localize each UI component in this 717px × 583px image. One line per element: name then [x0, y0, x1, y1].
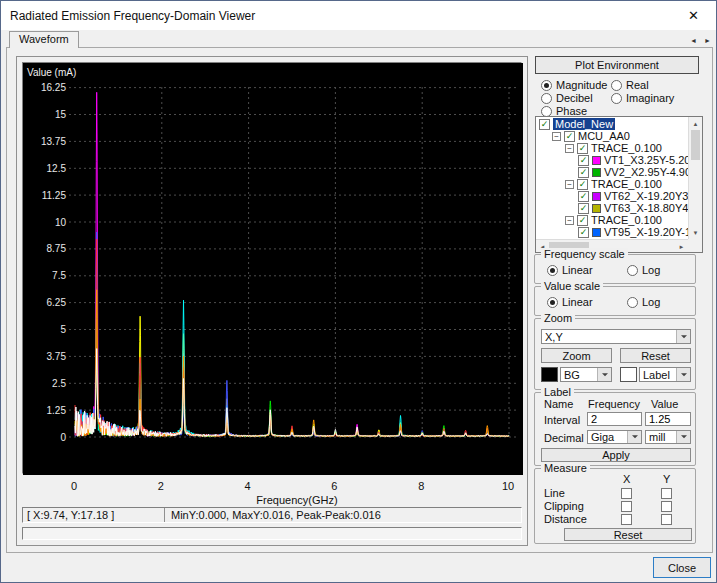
plot-environment-button[interactable]: Plot Environment [535, 56, 699, 74]
plot-scrollbar-track[interactable] [22, 527, 522, 540]
checkbox[interactable]: ✓ [539, 119, 550, 130]
label-col-name: Name [544, 398, 573, 410]
tree-item-trace-group[interactable]: − ✓ TRACE_0.100 [536, 178, 688, 190]
tab-scroll-right-button[interactable]: ► [701, 34, 714, 47]
collapse-icon[interactable]: − [565, 144, 574, 153]
window-close-button[interactable]: ✕ [671, 1, 716, 30]
svg-text:Value (mA): Value (mA) [27, 67, 76, 78]
tree-item-trace[interactable]: ✓ VT95_X-19.20Y-16 [536, 226, 688, 238]
svg-text:7.5: 7.5 [52, 270, 66, 281]
chevron-down-icon[interactable] [676, 368, 690, 381]
tree-item-trace[interactable]: ✓ VT62_X-19.20Y3.6 [536, 190, 688, 202]
decimal-row-label: Decimal [544, 432, 584, 444]
chevron-down-icon[interactable] [676, 431, 690, 443]
tree-vertical-scrollbar[interactable]: ▲ ▼ [688, 117, 702, 239]
plot-area[interactable]: 16.251513.7512.511.25108.757.56.2553.752… [22, 62, 522, 474]
checkbox[interactable]: ✓ [578, 227, 589, 238]
tree-item-component[interactable]: − ✓ MCU_AA0 [536, 130, 688, 142]
svg-text:5: 5 [60, 324, 66, 335]
radio-dot-icon [541, 80, 552, 91]
decimal-value-select[interactable]: mill [645, 430, 691, 444]
chevron-down-icon[interactable] [627, 431, 641, 443]
plot-panel: 16.251513.7512.511.25108.757.56.2553.752… [16, 56, 528, 546]
decimal-frequency-select[interactable]: Giga [587, 430, 642, 444]
radio-dot-icon [611, 80, 622, 91]
radio-real[interactable]: Real [611, 79, 649, 91]
measure-distance-label: Distance [544, 513, 587, 525]
arrow-left-icon: ◄ [690, 37, 697, 44]
chevron-down-icon[interactable] [676, 330, 690, 343]
checkbox[interactable]: ✓ [578, 155, 589, 166]
scroll-down-icon[interactable]: ▼ [689, 226, 702, 239]
measure-clipping-y-checkbox[interactable] [661, 501, 672, 512]
radio-dot-icon [541, 93, 552, 104]
tab-scroll-left-button[interactable]: ◄ [687, 34, 700, 47]
measure-reset-button[interactable]: Reset [564, 528, 692, 541]
radio-decibel[interactable]: Decibel [541, 92, 593, 104]
checkbox[interactable]: ✓ [578, 167, 589, 178]
collapse-icon[interactable]: − [565, 180, 574, 189]
x-tick-label: 2 [158, 480, 164, 492]
value-scale-legend: Value scale [541, 280, 603, 292]
waveform-tab-page: 16.251513.7512.511.25108.757.56.2553.752… [6, 47, 713, 553]
radio-magnitude[interactable]: Magnitude [541, 79, 607, 91]
checkbox[interactable]: ✓ [577, 143, 588, 154]
interval-frequency-input[interactable] [587, 412, 642, 426]
scrollbar-thumb[interactable] [691, 130, 700, 160]
arrow-right-icon: ► [704, 37, 711, 44]
svg-text:15: 15 [55, 109, 67, 120]
tree-item-trace[interactable]: ✓ VT63_X-18.80Y4.0 [536, 202, 688, 214]
measure-clipping-x-checkbox[interactable] [621, 501, 632, 512]
title-bar[interactable]: Radiated Emission Frequency-Domain Viewe… [1, 1, 716, 30]
chevron-down-icon[interactable] [597, 368, 611, 381]
apply-button[interactable]: Apply [541, 448, 691, 462]
tree-item-trace-group[interactable]: − ✓ TRACE_0.100 [536, 214, 688, 226]
svg-text:10: 10 [55, 217, 67, 228]
dialog-window: Radiated Emission Frequency-Domain Viewe… [0, 0, 717, 583]
measure-line-x-checkbox[interactable] [621, 488, 632, 499]
checkbox[interactable]: ✓ [578, 203, 589, 214]
scroll-right-icon[interactable]: ► [675, 240, 688, 253]
measure-col-x: X [623, 473, 630, 485]
measure-group: Measure X Y Line Clipping Distance Reset [534, 468, 696, 544]
label-color-swatch[interactable] [620, 367, 637, 382]
cursor-position-readout: [ X:9.74, Y:17.18 ] [23, 508, 165, 522]
trace-color-swatch [592, 228, 601, 237]
label-target-select[interactable]: Label [639, 367, 691, 382]
radio-imaginary[interactable]: Imaginary [611, 92, 674, 104]
bg-color-swatch[interactable] [541, 367, 558, 382]
x-tick-label: 0 [71, 480, 77, 492]
collapse-icon[interactable]: − [552, 132, 561, 141]
zoom-mode-select[interactable]: X,Y [541, 329, 691, 344]
checkbox[interactable]: ✓ [577, 215, 588, 226]
tree-item-model[interactable]: ✓ Model_New [536, 118, 688, 130]
svg-text:2.5: 2.5 [52, 378, 66, 389]
radio-dot-icon [611, 93, 622, 104]
display-mode-group: Magnitude Real Decibel Imaginary Phase [535, 78, 707, 118]
frequency-scale-log-radio[interactable]: Log [627, 264, 660, 276]
scroll-up-icon[interactable]: ▲ [689, 117, 702, 130]
measure-line-y-checkbox[interactable] [661, 488, 672, 499]
spectrum-plot[interactable]: 16.251513.7512.511.25108.757.56.2553.752… [23, 63, 523, 475]
x-tick-label: 8 [418, 480, 424, 492]
tree-item-trace-group[interactable]: − ✓ TRACE_0.100 [536, 142, 688, 154]
checkbox[interactable]: ✓ [577, 179, 588, 190]
value-scale-linear-radio[interactable]: Linear [547, 296, 593, 308]
tab-waveform[interactable]: Waveform [9, 31, 79, 48]
tree-item-trace[interactable]: ✓ VV2_X2.95Y-4.90 [536, 166, 688, 178]
bg-target-select[interactable]: BG [560, 367, 612, 382]
zoom-button[interactable]: Zoom [541, 348, 612, 363]
checkbox[interactable]: ✓ [564, 131, 575, 142]
measure-distance-y-checkbox[interactable] [661, 514, 672, 525]
close-button[interactable]: Close [653, 557, 711, 578]
measure-distance-x-checkbox[interactable] [621, 514, 632, 525]
zoom-reset-button[interactable]: Reset [620, 348, 691, 363]
frequency-scale-legend: Frequency scale [541, 248, 628, 260]
interval-value-input[interactable] [645, 412, 691, 426]
value-scale-log-radio[interactable]: Log [627, 296, 660, 308]
svg-text:11.25: 11.25 [42, 190, 67, 201]
collapse-icon[interactable]: − [565, 216, 574, 225]
frequency-scale-linear-radio[interactable]: Linear [547, 264, 593, 276]
tree-item-trace[interactable]: ✓ VT1_X3.25Y-5.20 [536, 154, 688, 166]
checkbox[interactable]: ✓ [578, 191, 589, 202]
